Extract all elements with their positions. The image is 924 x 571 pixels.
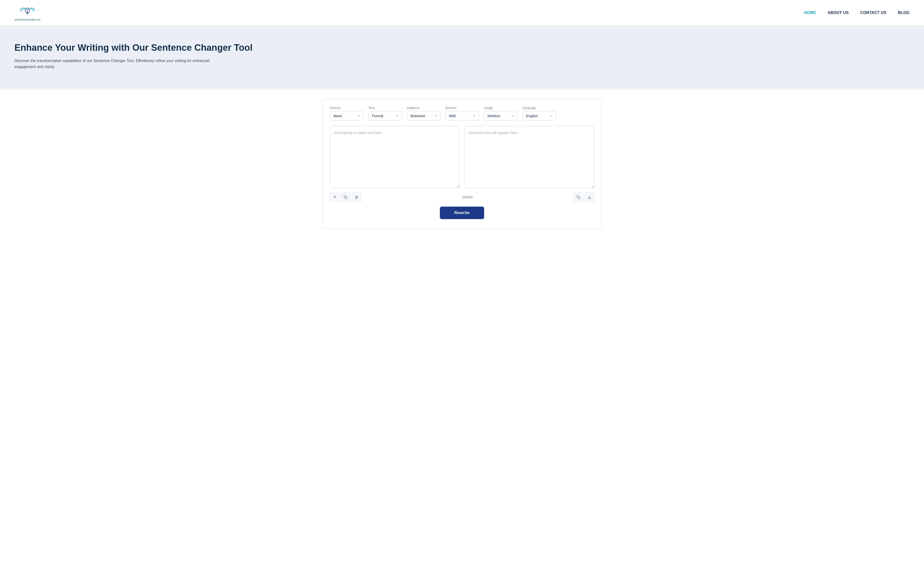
hero-title: Enhance Your Writing with Our Sentence C… <box>14 42 910 53</box>
audience-group: Audience Business General Academic Techn… <box>407 106 440 120</box>
tool-section: Fluency Basic Intermediate Advanced Nati… <box>0 89 924 239</box>
tool-card: Fluency Basic Intermediate Advanced Nati… <box>323 99 601 229</box>
download-button[interactable] <box>585 193 594 202</box>
rewrite-btn-wrapper: Rewrite <box>330 207 594 224</box>
fluency-label: Fluency <box>330 106 363 110</box>
svg-rect-3 <box>578 197 580 199</box>
language-label: Language <box>522 106 556 110</box>
nav-about[interactable]: ABOUT US <box>828 11 849 15</box>
length-label: Length <box>484 106 518 110</box>
left-actions: ↺ <box>330 193 361 202</box>
tone-group: Tone Formal Informal Professional Casual <box>368 106 402 120</box>
hero-section: Enhance Your Writing with Our Sentence C… <box>0 26 924 89</box>
language-group: Language English Spanish French German I… <box>522 106 556 120</box>
emotion-label: Emotion <box>445 106 479 110</box>
fluency-group: Fluency Basic Intermediate Advanced Nati… <box>330 106 363 120</box>
delete-icon <box>355 195 358 199</box>
right-actions <box>574 193 594 202</box>
nav-home[interactable]: HOME <box>804 11 816 15</box>
copy-output-icon <box>576 195 580 199</box>
output-wrapper <box>464 126 594 189</box>
audience-select[interactable]: Business General Academic Technical <box>407 111 440 120</box>
tone-label: Tone <box>368 106 402 110</box>
logo-text: sentencechanger.net <box>14 18 40 21</box>
logo[interactable]: sentencechanger.net <box>14 4 40 21</box>
copy-output-button[interactable] <box>574 193 583 202</box>
audience-label: Audience <box>407 106 440 110</box>
input-textarea[interactable] <box>330 126 460 188</box>
length-select[interactable]: Short Medium Long <box>484 111 518 120</box>
delete-button[interactable] <box>352 193 361 202</box>
rewrite-button[interactable]: Rewrite <box>440 207 484 219</box>
logo-icon <box>19 4 36 17</box>
textareas-row <box>330 126 594 189</box>
fluency-select[interactable]: Basic Intermediate Advanced Native <box>330 111 363 120</box>
emotion-select[interactable]: Mild Moderate Strong Neutral <box>445 111 479 120</box>
length-group: Length Short Medium Long <box>484 106 518 120</box>
char-count: 0/3000 <box>462 195 473 199</box>
refresh-icon: ↺ <box>333 195 336 199</box>
input-wrapper <box>330 126 460 189</box>
tone-select[interactable]: Formal Informal Professional Casual <box>368 111 402 120</box>
controls-row: Fluency Basic Intermediate Advanced Nati… <box>330 106 594 120</box>
download-icon <box>588 195 592 199</box>
bottom-bar: ↺ 0/30 <box>330 193 594 202</box>
svg-rect-2 <box>345 197 347 199</box>
nav-contact[interactable]: CONTACT US <box>860 11 887 15</box>
language-select[interactable]: English Spanish French German Italian <box>522 111 556 120</box>
copy-input-button[interactable] <box>341 193 350 202</box>
nav-blog[interactable]: BLOG <box>898 11 910 15</box>
main-nav: HOME ABOUT US CONTACT US BLOG <box>804 11 910 15</box>
copy-input-icon <box>344 195 348 199</box>
refresh-button[interactable]: ↺ <box>330 193 339 202</box>
emotion-group: Emotion Mild Moderate Strong Neutral <box>445 106 479 120</box>
header: sentencechanger.net HOME ABOUT US CONTAC… <box>0 0 924 26</box>
output-textarea[interactable] <box>464 126 594 188</box>
hero-subtitle: Discover the transformative capabilities… <box>14 58 231 70</box>
